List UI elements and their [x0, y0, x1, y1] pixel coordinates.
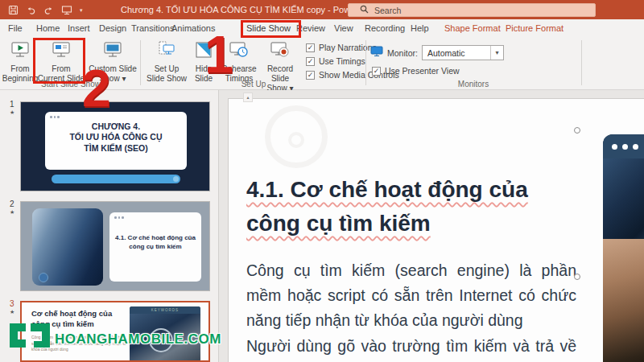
slide3-number: 3 [10, 299, 14, 308]
group-separator [140, 40, 141, 85]
tab-view[interactable]: View [334, 19, 353, 38]
record-slide-show-label: Record Slide Show ▾ [258, 64, 303, 93]
slide-title[interactable]: 4.1. Cơ chế hoạt động của công cụ tìm ki… [246, 173, 584, 241]
record-slide-show-icon [270, 39, 291, 64]
annotation-step-2: 2 [82, 63, 111, 114]
browser-dots-icon [114, 216, 196, 219]
group-separator [365, 40, 366, 85]
wifi-watermark-icon [265, 105, 328, 168]
selection-handle[interactable] [574, 274, 580, 280]
save-icon[interactable] [8, 5, 19, 15]
window-title: Chương 4. TỐI ƯU HÓA CÔNG CỤ TÌM KIẾM co… [121, 0, 378, 19]
from-beginning-button[interactable]: From Beginning [3, 39, 37, 84]
tab-home[interactable]: Home [36, 19, 60, 38]
slide-paragraph-2: Người dùng gõ vào trường tìm kiếm và trả… [246, 337, 576, 362]
slide1-animation-star: ★ [10, 109, 14, 116]
slide2-title: 4.1. Cơ chế hoạt động của công cụ tìm ki… [114, 233, 196, 251]
monitor-dropdown[interactable]: Automatic ▾ [422, 45, 504, 60]
group-label-monitors: Monitors [367, 80, 580, 88]
tab-help[interactable]: Help [411, 19, 429, 38]
browser-dot-icon [633, 144, 638, 150]
redo-icon[interactable] [43, 5, 54, 15]
slide2-number: 2 [10, 200, 14, 208]
tab-design[interactable]: Design [99, 19, 126, 38]
tab-recording[interactable]: Recording [365, 19, 405, 38]
slide1-card: CHƯƠNG 4. TỐI ƯU HÓA CÔNG CỤ TÌM KIẾM (S… [45, 112, 187, 170]
search-icon [360, 5, 369, 15]
keywords-label: KEYWORDS [151, 308, 179, 312]
slide-paragraph-1: Công cụ tìm kiếm (search engine) là phần… [246, 261, 576, 329]
browser-header [603, 134, 644, 158]
annotation-step-1: 1 [204, 29, 233, 80]
slide2-card: 4.1. Cơ chế hoạt động của công cụ tìm ki… [109, 212, 201, 282]
qat-customize-icon[interactable]: ▾ [80, 7, 83, 13]
slide2-animation-star: ★ [10, 209, 14, 216]
photo-top [603, 158, 644, 239]
quick-access-toolbar: ▾ [0, 5, 83, 15]
monitor-icon [370, 46, 383, 60]
slide1-number: 1 [10, 100, 14, 109]
watermark-text: HOANGHAMOBILE.COM [55, 331, 221, 348]
undo-icon[interactable] [26, 5, 36, 15]
selection-handle[interactable] [574, 127, 580, 134]
annotation-box-slide-show-tab [241, 20, 301, 38]
tab-insert[interactable]: Insert [68, 19, 90, 38]
annotation-box-from-current-slide [33, 38, 85, 84]
hoanghamobile-logo [3, 319, 56, 356]
monitor-dropdown-value: Automatic [423, 48, 490, 58]
tab-shape-format[interactable]: Shape Format [444, 19, 501, 38]
search-placeholder: Search [374, 6, 401, 15]
chevron-down-icon[interactable]: ▾ [490, 46, 503, 60]
slide-body-textbox[interactable]: Công cụ tìm kiếm (search engine) là phần… [246, 258, 576, 362]
use-timings-checkbox[interactable]: ✓ Use Timings [306, 56, 365, 66]
checkmark-icon: ✓ [306, 71, 315, 80]
title-bar: ▾ Chương 4. TỐI ƯU HÓA CÔNG CỤ TÌM KIẾM … [0, 0, 644, 19]
slideshow-icon[interactable] [61, 5, 72, 15]
slide1-thumbnail[interactable]: CHƯƠNG 4. TỐI ƯU HÓA CÔNG CỤ TÌM KIẾM (S… [20, 101, 210, 191]
use-presenter-view-checkbox[interactable]: ✓ Use Presenter View [372, 66, 460, 76]
monitor-label: Monitor: [387, 48, 418, 58]
search-bar-graphic [52, 175, 180, 183]
browser-dots-icon [50, 116, 182, 118]
search-icon [173, 176, 179, 182]
current-slide[interactable]: 4.1. Cơ chế hoạt động của công cụ tìm ki… [228, 98, 644, 362]
checkmark-icon: ✓ [306, 43, 315, 52]
slide3-animation-star: ★ [10, 309, 14, 315]
photo-hand [603, 239, 644, 362]
tab-file[interactable]: File [8, 19, 23, 38]
tab-transitions[interactable]: Transitions [131, 19, 174, 38]
set-up-slide-show-button[interactable]: Set Up Slide Show [145, 39, 188, 84]
checkmark-icon: ✓ [372, 67, 381, 76]
photo-badge [39, 273, 48, 282]
checkmark-icon: ✓ [306, 57, 315, 66]
slide1-title: CHƯƠNG 4. TỐI ƯU HÓA CÔNG CỤ TÌM KIẾM (S… [50, 121, 182, 154]
slide2-photo [32, 208, 103, 286]
set-up-slide-show-icon [156, 39, 177, 64]
slide2-thumbnail[interactable]: 4.1. Cơ chế hoạt động của công cụ tìm ki… [20, 201, 210, 291]
browser-mockup-image[interactable] [603, 134, 644, 362]
ribbon-tab-row: File Home Insert Design Transitions Anim… [0, 19, 644, 38]
tab-picture-format[interactable]: Picture Format [506, 19, 564, 38]
group-separator [581, 40, 582, 85]
monitor-row: Monitor: Automatic ▾ [370, 45, 504, 60]
search-input[interactable]: Search [348, 3, 596, 17]
browser-dot-icon [612, 144, 617, 150]
scroll-up-button[interactable]: ▴ [243, 93, 253, 102]
browser-dot-icon [622, 144, 628, 150]
group-label-set-up: Set Up [143, 80, 364, 88]
from-beginning-icon [10, 39, 31, 64]
